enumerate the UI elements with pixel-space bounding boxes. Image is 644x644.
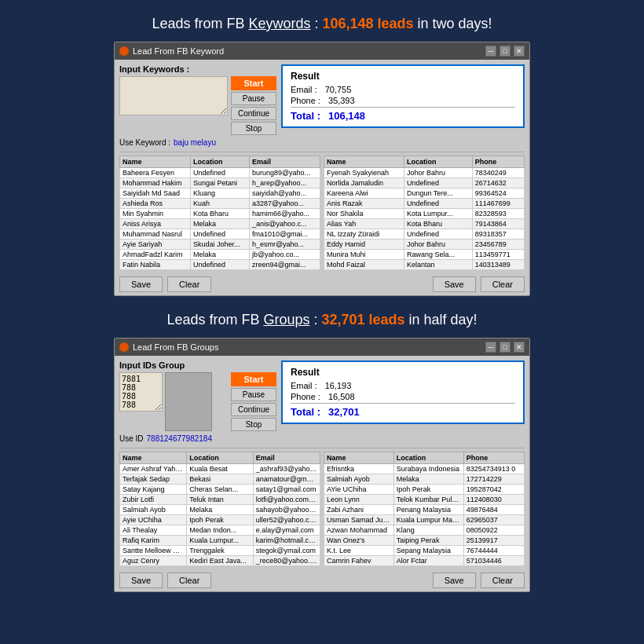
- pause-button[interactable]: Pause: [231, 92, 276, 105]
- clear-button-left-kw[interactable]: Clear: [167, 276, 211, 292]
- result-total-val: 106,148: [328, 110, 365, 122]
- table-row: Azwan MohammadKlang08050922: [324, 525, 525, 536]
- input-label-groups: Input IDs Group: [119, 360, 276, 370]
- table-row: Salmiah AyobMelakasahayob@yahoo.com.my: [120, 505, 320, 515]
- maximize-btn[interactable]: □: [499, 46, 510, 57]
- table-row: AhmadFadzl KarimMelakajb@yahoo.co...: [120, 250, 320, 260]
- title-bar-keywords: Lead From FB Keyword ─ □ ✕: [115, 42, 529, 60]
- start-button-groups[interactable]: Start: [231, 372, 276, 386]
- minimize-btn-groups[interactable]: ─: [485, 342, 496, 353]
- table-row: Mohd FaizalKelantan140313489: [324, 260, 525, 270]
- col-phone-2: Phone: [472, 156, 524, 168]
- col-name-g2: Name: [324, 452, 394, 464]
- right-table-keywords: Name Location Phone Fyenah SyakyienahJoh…: [324, 156, 525, 270]
- col-name-g1: Name: [120, 452, 187, 464]
- result-email-row: Email : 70,755: [291, 85, 515, 94]
- close-btn-groups[interactable]: ✕: [514, 342, 525, 353]
- table-row: Nor ShakilaKota Lumpur...82328593: [324, 209, 525, 219]
- title-bar-groups: Lead From FB Groups ─ □ ✕: [115, 338, 529, 356]
- result-total-val-groups: 32,701: [328, 406, 360, 418]
- keywords-input[interactable]: [119, 76, 228, 115]
- stop-button[interactable]: Stop: [231, 122, 276, 135]
- col-location-g2: Location: [393, 452, 463, 464]
- table-row: Rafiq KarimKuala Lumpur...karim@hotmail.…: [120, 536, 320, 546]
- left-table-keywords: Name Location Email Baheera FesyenUndefi…: [119, 156, 320, 270]
- bottom-row-keywords: Save Clear Save Clear: [115, 273, 529, 295]
- table-row: Mohammad HakimSungai Petanih_arep@yahoo.…: [120, 178, 320, 188]
- col-name-2: Name: [324, 156, 404, 168]
- save-button-left-gr[interactable]: Save: [119, 573, 163, 588]
- tables-container-keywords: Name Location Email Baheera FesyenUndefi…: [119, 152, 525, 270]
- save-button-right-gr[interactable]: Save: [433, 573, 476, 588]
- headline-groups: Leads from FB Groups : 32,701 leads in h…: [166, 312, 477, 328]
- table-row: AYie UChihaIpoh Perak195287042: [324, 485, 525, 495]
- table-row: Kareena AlwiDungun Tere...99364524: [324, 188, 525, 199]
- table-row: Terfajak SedapBekasianamatour@gmail.com: [120, 474, 320, 485]
- save-button-left-kw[interactable]: Save: [119, 276, 163, 292]
- table-row: Ashieda RosKuaha3287@yahoo...: [120, 199, 320, 209]
- table-row: Camrin FahevAlor Fctar571034446: [324, 556, 525, 566]
- minimize-btn[interactable]: ─: [485, 46, 496, 57]
- result-email-row-groups: Email : 16,193: [291, 381, 515, 390]
- maximize-btn-groups[interactable]: □: [499, 342, 510, 353]
- result-title: Result: [291, 71, 515, 82]
- result-title-groups: Result: [291, 367, 515, 378]
- data-section-keywords: Name Location Email Baheera FesyenUndefi…: [115, 152, 529, 273]
- clear-button-right-kw[interactable]: Clear: [481, 276, 525, 292]
- table-row: Norlida JamaludinUndefined26714632: [324, 178, 525, 188]
- input-label: Input Keywords :: [119, 64, 276, 74]
- left-panel-keywords: Input Keywords : Start Pause Continue St…: [119, 64, 276, 147]
- title-icon: [119, 46, 129, 56]
- table-row: Satay KajangCheras Selan...satay1@gmail.…: [120, 485, 320, 495]
- table-row: K.t. LeeSepang Malaysia76744444: [324, 546, 525, 556]
- table-row: Muhammad NasrulUndefinedfma1010@gmai...: [120, 229, 320, 240]
- result-box-keywords: Result Email : 70,755 Phone : 35,393 Tot…: [281, 64, 525, 128]
- window-title-groups: Lead From FB Groups: [133, 342, 218, 352]
- result-phone-val: 35,393: [328, 96, 355, 105]
- close-btn[interactable]: ✕: [514, 46, 525, 57]
- col-location-2: Location: [404, 156, 472, 168]
- result-total-row-groups: Total : 32,701: [291, 403, 515, 418]
- groups-window: Lead From FB Groups ─ □ ✕ Input IDs Grou…: [114, 338, 530, 592]
- pause-button-groups[interactable]: Pause: [231, 388, 276, 401]
- continue-button[interactable]: Continue: [231, 107, 276, 120]
- keyword-value: baju melayu: [174, 138, 216, 147]
- left-table-groups: Name Location Email Amer Ashraf YahayaKu…: [119, 452, 320, 566]
- save-button-right-kw[interactable]: Save: [433, 276, 476, 292]
- headline-keywords: Leads from FB Keywords : 106,148 leads i…: [152, 16, 492, 32]
- table-row: Wan Onez'sTaiping Perak25139917: [324, 536, 525, 546]
- bottom-row-groups: Save Clear Save Clear: [115, 569, 529, 591]
- start-button[interactable]: Start: [231, 76, 276, 90]
- use-id-row: Use ID 788124677982184: [119, 434, 276, 443]
- result-phone-row-groups: Phone : 16,508: [291, 392, 515, 401]
- stop-button-groups[interactable]: Stop: [231, 418, 276, 431]
- clear-button-left-gr[interactable]: Clear: [167, 573, 211, 588]
- right-panel-groups: Result Email : 16,193 Phone : 16,508 Tot…: [281, 360, 525, 443]
- table-row: Munira MuhiRawang Sela...113459771: [324, 250, 525, 260]
- table-row: Zabi AzhaniPenang Malaysia49876484: [324, 505, 525, 515]
- bottom-left-btns-gr: Save Clear: [119, 573, 211, 588]
- table-row: Salmiah AyobMelaka172714229: [324, 474, 525, 485]
- table-row: Ayie UChihaIpoh Perakuller52@yahoo.com.m…: [120, 515, 320, 525]
- table-row: Ali ThealayMedan Indon...e.alay@ymail.co…: [120, 525, 320, 536]
- table-row: Fyenah SyakyienahJohor Bahru78340249: [324, 168, 525, 178]
- col-email-1: Email: [249, 156, 320, 168]
- clear-button-right-gr[interactable]: Clear: [481, 573, 525, 588]
- result-box-groups: Result Email : 16,193 Phone : 16,508 Tot…: [281, 360, 525, 424]
- col-email-g1: Email: [253, 452, 320, 464]
- left-panel-groups: Input IDs Group 7881 788 788 788 Start P…: [119, 360, 276, 443]
- result-total-row: Total : 106,148: [291, 107, 515, 122]
- window-title: Lead From FB Keyword: [133, 46, 224, 56]
- table-row: Amer Ashraf YahayaKuala Besat_ashraf93@y…: [120, 464, 320, 474]
- table-row: Aniss ArisyaMelaka_anis@yahoo.c...: [120, 219, 320, 229]
- title-icon-groups: [119, 342, 129, 352]
- table-row: Anis RazakUndefined111467699: [324, 199, 525, 209]
- col-location-1: Location: [191, 156, 250, 168]
- result-email-val-groups: 16,193: [325, 381, 352, 390]
- continue-button-groups[interactable]: Continue: [231, 403, 276, 416]
- result-phone-row: Phone : 35,393: [291, 96, 515, 105]
- table-row: Aguz CenryKediri East Java..._rece80@yah…: [120, 556, 320, 566]
- ids-input[interactable]: 7881 788 788 788: [119, 372, 163, 412]
- window-body-keywords: Input Keywords : Start Pause Continue St…: [115, 60, 529, 152]
- bottom-right-btns-kw: Save Clear: [433, 276, 525, 292]
